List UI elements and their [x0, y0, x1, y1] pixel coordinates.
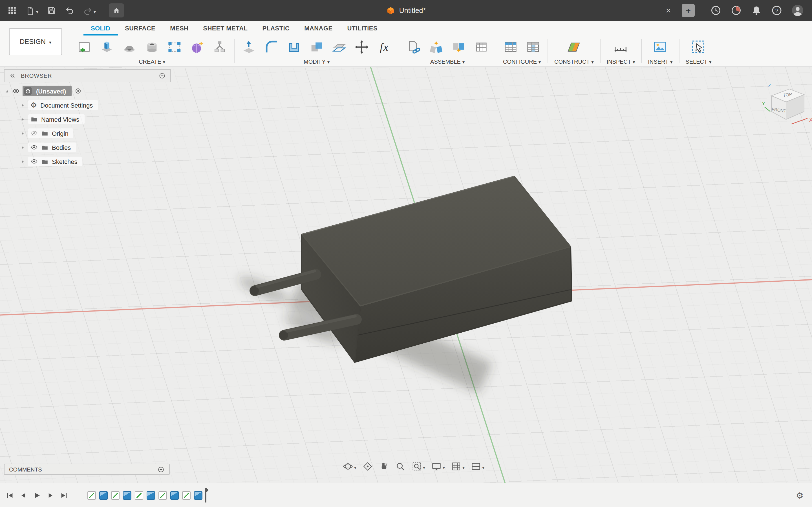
zoom-window-button[interactable]	[412, 461, 425, 471]
combine-button[interactable]	[308, 39, 325, 55]
file-menu-button[interactable]	[26, 5, 38, 15]
revolve-button[interactable]	[121, 39, 138, 55]
look-at-button[interactable]	[363, 461, 373, 471]
new-component-button[interactable]	[405, 39, 422, 55]
timeline-feature-sketch[interactable]	[135, 491, 143, 499]
browser-item-origin[interactable]: Origin	[4, 127, 171, 140]
step-forward-icon[interactable]	[46, 491, 55, 499]
fillet-button[interactable]	[263, 39, 280, 55]
document-tab[interactable]: Untitled*	[386, 0, 426, 21]
viewport-canvas[interactable]: TOP FRONT Z Y X BROWSER (Unsaved	[0, 66, 812, 483]
orbit-button[interactable]	[343, 461, 356, 471]
user-avatar[interactable]	[791, 4, 804, 17]
configuration-theme-button[interactable]	[525, 39, 541, 55]
expand-caret-icon[interactable]	[20, 130, 26, 136]
pattern-button[interactable]	[166, 39, 183, 55]
workspace-switcher[interactable]: DESIGN	[9, 28, 62, 55]
select-button[interactable]	[690, 39, 707, 55]
browser-item-named-views[interactable]: Named Views	[4, 113, 171, 126]
skip-to-end-icon[interactable]	[60, 491, 68, 499]
move-button[interactable]	[354, 39, 370, 55]
close-tab-icon[interactable]: ×	[663, 6, 673, 15]
undo-icon[interactable]	[65, 6, 74, 15]
tab-sheet-metal[interactable]: SHEET METAL	[196, 21, 255, 36]
visibility-off-eye-icon[interactable]	[31, 129, 38, 137]
derive-button[interactable]	[211, 39, 228, 55]
insert-canvas-button[interactable]	[652, 39, 668, 55]
save-icon[interactable]	[47, 6, 56, 15]
view-cube[interactable]: TOP FRONT Z Y X	[760, 79, 812, 133]
shell-button[interactable]	[286, 39, 302, 55]
configure-group-label[interactable]: CONFIGURE	[503, 59, 541, 65]
visibility-eye-icon[interactable]	[31, 144, 38, 151]
tab-plastic[interactable]: PLASTIC	[255, 21, 297, 36]
measure-button[interactable]	[613, 39, 629, 55]
timeline-settings-gear-icon[interactable]: ⚙	[796, 491, 812, 499]
add-comment-icon[interactable]	[157, 466, 165, 473]
visibility-eye-icon[interactable]	[12, 87, 20, 95]
zoom-button[interactable]	[395, 461, 405, 471]
play-icon[interactable]	[33, 491, 41, 499]
tab-manage[interactable]: MANAGE	[297, 21, 340, 36]
timeline-feature-extrude[interactable]	[99, 491, 108, 499]
job-status-icon[interactable]	[710, 4, 722, 16]
create-sketch-button[interactable]	[76, 39, 93, 55]
new-tab-button[interactable]: +	[682, 4, 695, 17]
inspect-group-label[interactable]: INSPECT	[607, 59, 635, 65]
expand-caret-icon[interactable]	[20, 102, 26, 108]
as-built-joint-button[interactable]	[451, 39, 467, 55]
tab-utilities[interactable]: UTILITIES	[340, 21, 385, 36]
comments-bar[interactable]: COMMENTS	[4, 464, 170, 475]
tab-surface[interactable]: SURFACE	[117, 21, 163, 36]
timeline-feature-extrude[interactable]	[147, 491, 155, 499]
timeline-feature-sketch[interactable]	[182, 491, 191, 499]
joint-button[interactable]	[428, 39, 444, 55]
timeline-feature-sketch[interactable]	[158, 491, 167, 499]
timeline-feature-sketch[interactable]	[111, 491, 119, 499]
change-parameters-button[interactable]: fx	[376, 39, 393, 55]
create-group-label[interactable]: CREATE	[139, 59, 165, 65]
notifications-bell-icon[interactable]	[751, 4, 762, 16]
timeline-feature-extrude[interactable]	[123, 491, 132, 499]
press-pull-button[interactable]	[241, 39, 257, 55]
modify-group-label[interactable]: MODIFY	[304, 59, 329, 65]
configuration-table-button[interactable]	[502, 39, 519, 55]
activate-target-icon[interactable]	[74, 87, 82, 95]
tab-solid[interactable]: SOLID	[84, 21, 117, 36]
hole-button[interactable]	[144, 39, 160, 55]
construct-group-label[interactable]: CONSTRUCT	[554, 59, 594, 65]
extrude-button[interactable]	[99, 39, 115, 55]
display-settings-button[interactable]	[432, 461, 445, 471]
expanded-caret-icon[interactable]	[4, 88, 10, 94]
expand-caret-icon[interactable]	[20, 145, 26, 150]
app-grid-icon[interactable]	[7, 6, 17, 15]
construct-plane-button[interactable]	[566, 39, 582, 55]
skip-to-start-icon[interactable]	[6, 491, 14, 499]
timeline-feature-extrude[interactable]	[170, 491, 179, 499]
collapse-panel-icon[interactable]	[9, 72, 16, 79]
tab-mesh[interactable]: MESH	[163, 21, 196, 36]
assemble-group-label[interactable]: ASSEMBLE	[430, 59, 465, 65]
profile-status-icon[interactable]	[730, 4, 742, 16]
redo-button[interactable]	[83, 5, 96, 15]
timeline-feature-extrude[interactable]	[194, 491, 202, 499]
grid-settings-button[interactable]	[451, 461, 465, 471]
browser-item-bodies[interactable]: Bodies	[4, 141, 171, 154]
pan-button[interactable]	[379, 461, 389, 471]
home-button[interactable]	[109, 3, 124, 17]
visibility-eye-icon[interactable]	[31, 158, 38, 165]
offset-face-button[interactable]	[331, 39, 347, 55]
expand-caret-icon[interactable]	[20, 116, 26, 122]
step-back-icon[interactable]	[19, 491, 28, 499]
insert-group-label[interactable]: INSERT	[648, 59, 672, 65]
create-form-button[interactable]	[189, 39, 205, 55]
expand-caret-icon[interactable]	[20, 159, 26, 164]
browser-root-row[interactable]: (Unsaved)	[4, 84, 171, 98]
select-group-label[interactable]: SELECT	[686, 59, 711, 65]
viewports-button[interactable]	[471, 461, 485, 471]
minimize-browser-icon[interactable]	[158, 72, 166, 79]
joint-origin-button[interactable]	[473, 39, 490, 55]
help-icon[interactable]	[771, 4, 783, 16]
browser-item-sketches[interactable]: Sketches	[4, 155, 171, 168]
browser-item-document-settings[interactable]: ⚙ Document Settings	[4, 99, 171, 112]
